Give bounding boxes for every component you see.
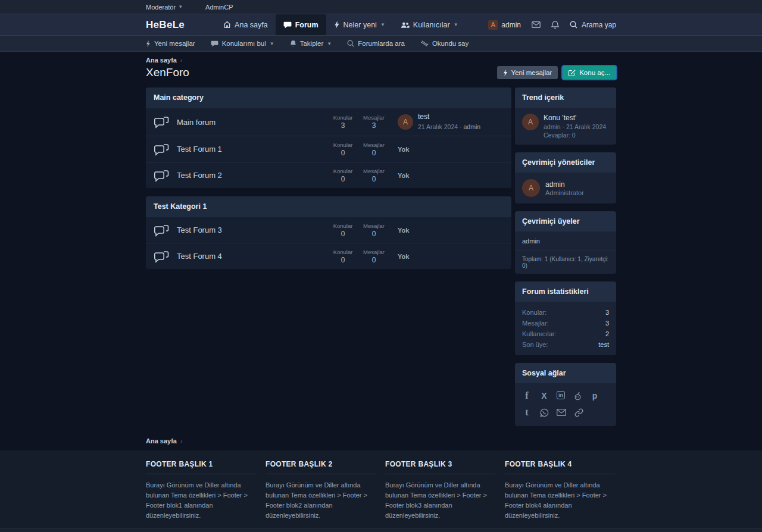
home-icon bbox=[223, 21, 231, 29]
forum-chat-icon bbox=[154, 143, 171, 156]
footer-column-1: FOOTER BAŞLIK 1 Burayı Görünüm ve Diller… bbox=[146, 460, 256, 521]
footer-column-text: Burayı Görünüm ve Diller altında bulunan… bbox=[505, 480, 615, 521]
breadcrumb-home[interactable]: Ana sayfa bbox=[146, 57, 177, 64]
forum-link[interactable]: Test Forum 1 bbox=[177, 145, 327, 154]
avatar[interactable]: A bbox=[522, 114, 539, 130]
category-title: Main category bbox=[146, 87, 511, 108]
online-member-link[interactable]: admin bbox=[522, 237, 540, 245]
no-posts-label: Yok bbox=[398, 172, 409, 179]
footer-column-title: FOOTER BAŞLIK 3 bbox=[385, 460, 495, 474]
online-total: Toplam: 1 (Kullanıcı: 1, Ziyaretçi: 0) bbox=[515, 251, 616, 274]
forum-row: Test Forum 3 Konular0 Mesajlar0 Yok bbox=[146, 217, 511, 243]
tumblr-icon[interactable]: t bbox=[522, 408, 532, 417]
page-title: XenForo bbox=[146, 66, 189, 79]
footer-column-title: FOOTER BAŞLIK 2 bbox=[266, 460, 376, 474]
chevron-down-icon: ▼ bbox=[270, 41, 274, 46]
forum-link[interactable]: Test Forum 3 bbox=[177, 226, 327, 234]
forum-chat-icon bbox=[154, 224, 171, 237]
latest-member-link[interactable]: test bbox=[598, 341, 609, 348]
chat-icon bbox=[211, 40, 218, 47]
forum-link[interactable]: Main forum bbox=[177, 118, 327, 127]
search-icon bbox=[570, 21, 577, 29]
chat-icon bbox=[283, 21, 292, 29]
staff-member: A admin Administrator bbox=[515, 173, 616, 204]
staff-name-link[interactable]: admin bbox=[545, 180, 584, 189]
sub-nav: Yeni mesajlar Konularımı bul ▼ Takipler … bbox=[0, 36, 762, 52]
breadcrumb-home[interactable]: Ana sayfa bbox=[146, 437, 177, 445]
forum-link[interactable]: Test Forum 4 bbox=[177, 252, 327, 261]
subnav-forumlarda-ara[interactable]: Forumlarda ara bbox=[347, 40, 405, 47]
chevron-right-icon: › bbox=[180, 438, 182, 445]
new-topic-button[interactable]: Konu aç... bbox=[563, 66, 616, 79]
footer-bar: XenTema ☾ Türkçe (TR) Bize ulaşın Şartla… bbox=[0, 528, 762, 532]
x-twitter-icon[interactable]: X bbox=[539, 391, 549, 400]
footer-column-4: FOOTER BAŞLIK 4 Burayı Görünüm ve Diller… bbox=[505, 460, 615, 521]
footer-column-text: Burayı Görünüm ve Diller altında bulunan… bbox=[385, 480, 495, 521]
nav-kullanicilar[interactable]: Kullanıcılar ▼ bbox=[393, 14, 466, 35]
widget-title: Çevrimiçi üyeler bbox=[515, 211, 616, 231]
social-widget: Sosyal ağlar f X in p t bbox=[515, 363, 616, 426]
footer-column-text: Burayı Görünüm ve Diller altında bulunan… bbox=[266, 480, 376, 521]
pinterest-icon[interactable]: p bbox=[590, 391, 599, 400]
admincp-link[interactable]: AdminCP bbox=[205, 4, 233, 11]
alerts-button[interactable] bbox=[551, 21, 559, 29]
subnav-yeni-mesajlar[interactable]: Yeni mesajlar bbox=[146, 40, 195, 47]
avatar[interactable]: A bbox=[522, 179, 540, 197]
bell-icon bbox=[290, 40, 296, 47]
search-icon bbox=[347, 40, 354, 47]
moderator-label: Moderatör bbox=[146, 4, 176, 11]
messages-stat: Mesajlar0 bbox=[358, 249, 389, 264]
topics-stat: Konular0 bbox=[327, 249, 358, 264]
footer-column-2: FOOTER BAŞLIK 2 Burayı Görünüm ve Diller… bbox=[266, 460, 376, 521]
last-post-link[interactable]: test bbox=[418, 112, 480, 121]
inbox-button[interactable] bbox=[532, 21, 541, 28]
email-icon[interactable] bbox=[557, 408, 566, 417]
last-post-cell: Yok bbox=[398, 146, 504, 153]
site-logo[interactable]: HeBeLe bbox=[146, 19, 185, 31]
account-menu[interactable]: A admin bbox=[488, 20, 521, 30]
avatar[interactable]: A bbox=[398, 114, 413, 130]
last-post-cell: Yok bbox=[398, 227, 504, 234]
subnav-konularimi-bul[interactable]: Konularımı bul ▼ bbox=[211, 40, 274, 47]
moderator-menu[interactable]: Moderatör ▼ bbox=[146, 4, 183, 11]
whatsapp-icon[interactable] bbox=[539, 408, 549, 417]
stat-row: Konular:3 bbox=[515, 307, 616, 318]
footer-column-3: FOOTER BAŞLIK 3 Burayı Görünüm ve Diller… bbox=[385, 460, 495, 521]
trending-topic-link[interactable]: Konu 'test' bbox=[544, 114, 606, 122]
reddit-icon[interactable] bbox=[573, 391, 582, 400]
facebook-icon[interactable]: f bbox=[522, 391, 532, 400]
last-post-cell: Yok bbox=[398, 172, 504, 179]
category-block-main: Main category Main forum Konular3 Mesajl… bbox=[146, 87, 511, 188]
search-button[interactable]: Arama yap bbox=[570, 21, 616, 29]
messages-stat: Mesajlar0 bbox=[358, 223, 389, 238]
link-icon[interactable] bbox=[574, 408, 583, 417]
forum-row: Test Forum 1 Konular0 Mesajlar0 Yok bbox=[146, 136, 511, 162]
linkedin-icon[interactable]: in bbox=[557, 391, 565, 399]
topics-stat: Konular0 bbox=[327, 168, 358, 183]
compose-icon bbox=[569, 69, 576, 76]
nav-ana-sayfa[interactable]: Ana sayfa bbox=[216, 14, 276, 35]
new-posts-button[interactable]: Yeni mesajlar bbox=[497, 66, 558, 79]
subnav-okundu-say[interactable]: Okundu say bbox=[420, 40, 469, 47]
users-icon bbox=[401, 21, 410, 29]
widget-title: Çevrimiçi yöneticiler bbox=[515, 152, 616, 173]
topics-stat: Konular3 bbox=[327, 114, 358, 130]
topics-stat: Konular0 bbox=[327, 142, 358, 157]
footer-column-text: Burayı Görünüm ve Diller altında bulunan… bbox=[146, 480, 256, 521]
nav-forum[interactable]: Forum bbox=[276, 14, 326, 35]
forum-link[interactable]: Test Forum 2 bbox=[177, 171, 327, 180]
forum-chat-icon bbox=[154, 169, 171, 182]
footer: FOOTER BAŞLIK 1 Burayı Görünüm ve Diller… bbox=[0, 450, 762, 528]
subnav-takipler[interactable]: Takipler ▼ bbox=[290, 40, 332, 47]
stat-row: Son üye:test bbox=[515, 339, 616, 350]
trending-item: A Konu 'test' admin · 21 Aralık 2024 Cev… bbox=[515, 108, 616, 145]
footer-column-title: FOOTER BAŞLIK 1 bbox=[146, 460, 256, 474]
trending-widget: Trend içerik A Konu 'test' admin · 21 Ar… bbox=[515, 87, 616, 145]
category-block-test: Test Kategori 1 Test Forum 3 Konular0 Me… bbox=[146, 196, 511, 269]
trending-replies: Cevaplar: 0 bbox=[544, 132, 606, 139]
stat-row: Mesajlar:3 bbox=[515, 318, 616, 328]
last-post-cell: Yok bbox=[398, 253, 504, 260]
nav-neler-yeni[interactable]: Neler yeni ▼ bbox=[326, 14, 393, 35]
messages-stat: Mesajlar0 bbox=[358, 168, 389, 183]
breadcrumb: Ana sayfa › bbox=[146, 57, 616, 64]
